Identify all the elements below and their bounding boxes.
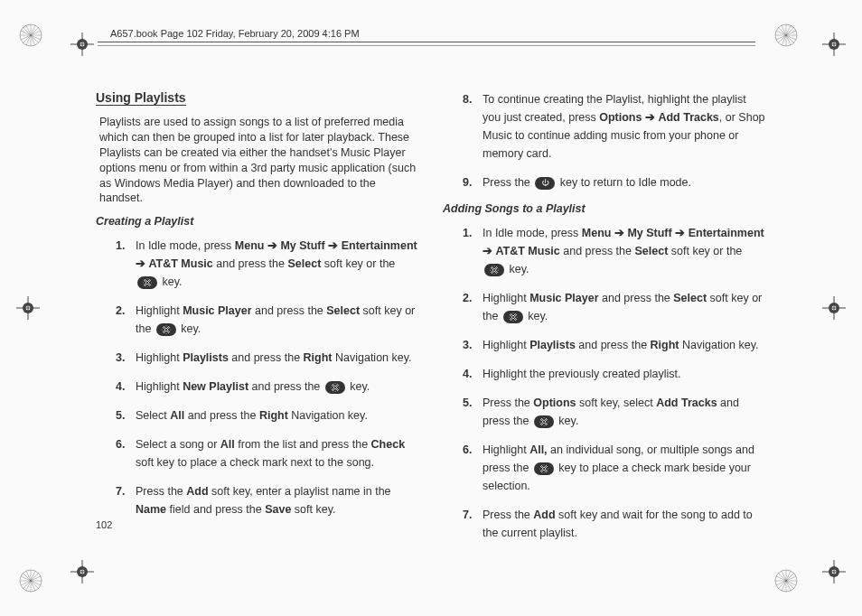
step-item: 4.Highlight New Playlist and press the k… xyxy=(116,378,419,396)
step-text: Highlight Music Player and press the Sel… xyxy=(483,289,766,325)
step-item: 6.Select a song or All from the list and… xyxy=(116,435,419,471)
section-title: Using Playlists xyxy=(96,90,186,106)
step-item: 1.In Idle mode, press Menu ➔ My Stuff ➔ … xyxy=(463,224,766,278)
ornament-icon xyxy=(773,568,799,593)
page-number: 102 xyxy=(96,519,112,530)
ok-key-icon xyxy=(156,323,176,336)
end-key-icon xyxy=(535,177,555,190)
ornament-icon xyxy=(18,23,43,48)
step-number: 4. xyxy=(463,365,483,383)
step-number: 6. xyxy=(116,435,136,471)
step-item: 9.Press the key to return to Idle mode. xyxy=(463,173,766,191)
arrow-icon: ➔ xyxy=(483,245,492,257)
crop-mark-icon xyxy=(70,560,94,583)
step-text: Highlight Playlists and press the Right … xyxy=(483,336,766,354)
step-item: 2.Highlight Music Player and press the S… xyxy=(116,302,419,338)
step-text: To continue creating the Playlist, highl… xyxy=(483,90,766,163)
step-number: 2. xyxy=(116,302,136,338)
subheading-adding: Adding Songs to a Playlist xyxy=(443,202,766,215)
step-item: 6.Highlight All, an individual song, or … xyxy=(463,441,766,495)
step-number: 1. xyxy=(463,224,483,278)
step-text: Select a song or All from the list and p… xyxy=(136,435,419,471)
arrow-icon: ➔ xyxy=(267,239,277,252)
ok-key-icon xyxy=(137,276,157,289)
step-text: Select All and press the Right Navigatio… xyxy=(136,406,419,425)
crop-mark-icon xyxy=(822,296,846,320)
column-right: 8.To continue creating the Playlist, hig… xyxy=(443,90,766,553)
page-content: Using Playlists Playlists are used to as… xyxy=(96,90,766,553)
step-text: Press the key to return to Idle mode. xyxy=(483,173,766,191)
arrow-icon: ➔ xyxy=(136,257,145,270)
step-number: 3. xyxy=(116,349,136,367)
step-item: 3.Highlight Playlists and press the Righ… xyxy=(463,336,766,354)
step-text: In Idle mode, press Menu ➔ My Stuff ➔ En… xyxy=(136,237,419,291)
step-item: 7.Press the Add soft key, enter a playli… xyxy=(116,482,419,518)
step-item: 5.Select All and press the Right Navigat… xyxy=(116,406,419,425)
arrow-icon: ➔ xyxy=(645,111,655,124)
document-header-info: A657.book Page 102 Friday, February 20, … xyxy=(107,28,363,39)
step-item: 1.In Idle mode, press Menu ➔ My Stuff ➔ … xyxy=(116,237,419,291)
step-number: 3. xyxy=(463,336,483,354)
header-rule xyxy=(98,42,755,42)
step-item: 4.Highlight the previously created playl… xyxy=(463,365,766,383)
ok-key-icon xyxy=(534,462,554,475)
ok-key-icon xyxy=(534,415,554,428)
ornament-icon xyxy=(18,568,43,593)
crop-mark-icon xyxy=(822,33,846,56)
step-text: Highlight the previously created playlis… xyxy=(483,365,766,383)
step-number: 2. xyxy=(463,289,483,325)
arrow-icon: ➔ xyxy=(675,227,685,239)
step-text: Highlight Music Player and press the Sel… xyxy=(136,302,419,338)
subheading-creating: Creating a Playlist xyxy=(96,215,419,228)
step-text: Press the Add soft key, enter a playlist… xyxy=(136,482,419,518)
step-list: 1.In Idle mode, press Menu ➔ My Stuff ➔ … xyxy=(96,237,419,518)
step-item: 7.Press the Add soft key and wait for th… xyxy=(463,506,766,542)
step-text: In Idle mode, press Menu ➔ My Stuff ➔ En… xyxy=(483,224,766,278)
step-number: 7. xyxy=(116,482,136,518)
ok-key-icon xyxy=(503,311,523,323)
step-text: Highlight New Playlist and press the key… xyxy=(136,378,419,396)
ornament-icon xyxy=(773,23,799,48)
ok-key-icon xyxy=(484,264,504,276)
crop-mark-icon xyxy=(822,560,846,583)
step-number: 7. xyxy=(463,506,483,542)
ok-key-icon xyxy=(325,381,345,394)
column-left: Using Playlists Playlists are used to as… xyxy=(96,90,419,553)
step-number: 5. xyxy=(463,394,483,430)
header-rule xyxy=(98,45,755,46)
step-number: 6. xyxy=(463,441,483,495)
step-list: 1.In Idle mode, press Menu ➔ My Stuff ➔ … xyxy=(443,224,766,542)
crop-mark-icon xyxy=(70,33,94,56)
step-text: Highlight All, an individual song, or mu… xyxy=(483,441,766,495)
intro-paragraph: Playlists are used to assign songs to a … xyxy=(96,115,419,206)
step-text: Press the Add soft key and wait for the … xyxy=(483,506,766,542)
step-number: 9. xyxy=(463,173,483,191)
step-text: Press the Options soft key, select Add T… xyxy=(483,394,766,430)
step-item: 3.Highlight Playlists and press the Righ… xyxy=(116,349,419,367)
step-item: 5.Press the Options soft key, select Add… xyxy=(463,394,766,430)
step-number: 8. xyxy=(463,90,483,163)
step-item: 2.Highlight Music Player and press the S… xyxy=(463,289,766,325)
step-item: 8.To continue creating the Playlist, hig… xyxy=(463,90,766,163)
crop-mark-icon xyxy=(16,296,40,320)
step-number: 4. xyxy=(116,378,136,396)
step-number: 1. xyxy=(116,237,136,291)
arrow-icon: ➔ xyxy=(328,239,338,252)
arrow-icon: ➔ xyxy=(614,227,624,239)
step-text: Highlight Playlists and press the Right … xyxy=(136,349,419,367)
step-list-continued: 8.To continue creating the Playlist, hig… xyxy=(443,90,766,191)
step-number: 5. xyxy=(116,406,136,425)
